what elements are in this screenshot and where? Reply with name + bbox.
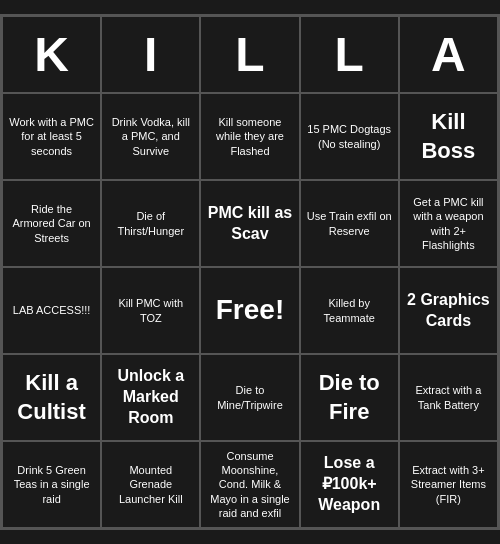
header-letter-l: L: [200, 16, 299, 93]
bingo-cell-text-16: Unlock a Marked Room: [108, 366, 193, 428]
bingo-cell-text-10: LAB ACCESS!!!: [13, 303, 91, 317]
bingo-cell-text-14: 2 Graphics Cards: [406, 290, 491, 332]
bingo-cell-19[interactable]: Extract with a Tank Battery: [399, 354, 498, 441]
bingo-cell-12[interactable]: Free!: [200, 267, 299, 354]
bingo-cell-text-7: PMC kill as Scav: [207, 203, 292, 245]
bingo-cell-10[interactable]: LAB ACCESS!!!: [2, 267, 101, 354]
bingo-cell-text-22: Consume Moonshine, Cond. Milk & Mayo in …: [207, 449, 292, 520]
bingo-cell-text-6: Die of Thirst/Hunger: [108, 209, 193, 238]
bingo-cell-23[interactable]: Lose a ₽100k+ Weapon: [300, 441, 399, 528]
bingo-header: KILLA: [2, 16, 498, 93]
bingo-cell-7[interactable]: PMC kill as Scav: [200, 180, 299, 267]
bingo-cell-20[interactable]: Drink 5 Green Teas in a single raid: [2, 441, 101, 528]
bingo-cell-14[interactable]: 2 Graphics Cards: [399, 267, 498, 354]
bingo-cell-text-15: Kill a Cultist: [9, 369, 94, 426]
bingo-cell-text-18: Die to Fire: [307, 369, 392, 426]
bingo-cell-21[interactable]: Mounted Grenade Launcher Kill: [101, 441, 200, 528]
bingo-cell-text-5: Ride the Armored Car on Streets: [9, 202, 94, 245]
header-letter-i: I: [101, 16, 200, 93]
bingo-cell-text-4: Kill Boss: [406, 108, 491, 165]
bingo-cell-5[interactable]: Ride the Armored Car on Streets: [2, 180, 101, 267]
bingo-cell-text-17: Die to Mine/Tripwire: [207, 383, 292, 412]
bingo-cell-3[interactable]: 15 PMC Dogtags (No stealing): [300, 93, 399, 180]
bingo-cell-24[interactable]: Extract with 3+ Streamer Items (FIR): [399, 441, 498, 528]
bingo-cell-text-24: Extract with 3+ Streamer Items (FIR): [406, 463, 491, 506]
bingo-cell-text-20: Drink 5 Green Teas in a single raid: [9, 463, 94, 506]
bingo-cell-2[interactable]: Kill someone while they are Flashed: [200, 93, 299, 180]
bingo-cell-text-9: Get a PMC kill with a weapon with 2+ Fla…: [406, 195, 491, 252]
bingo-cell-11[interactable]: Kill PMC with TOZ: [101, 267, 200, 354]
header-letter-k: K: [2, 16, 101, 93]
header-letter-l: L: [300, 16, 399, 93]
bingo-cell-0[interactable]: Work with a PMC for at least 5 seconds: [2, 93, 101, 180]
bingo-cell-text-19: Extract with a Tank Battery: [406, 383, 491, 412]
bingo-cell-text-11: Kill PMC with TOZ: [108, 296, 193, 325]
bingo-cell-13[interactable]: Killed by Teammate: [300, 267, 399, 354]
bingo-cell-18[interactable]: Die to Fire: [300, 354, 399, 441]
bingo-cell-9[interactable]: Get a PMC kill with a weapon with 2+ Fla…: [399, 180, 498, 267]
bingo-cell-text-3: 15 PMC Dogtags (No stealing): [307, 122, 392, 151]
bingo-cell-1[interactable]: Drink Vodka, kill a PMC, and Survive: [101, 93, 200, 180]
bingo-cell-17[interactable]: Die to Mine/Tripwire: [200, 354, 299, 441]
bingo-grid: Work with a PMC for at least 5 secondsDr…: [2, 93, 498, 528]
bingo-cell-22[interactable]: Consume Moonshine, Cond. Milk & Mayo in …: [200, 441, 299, 528]
header-letter-a: A: [399, 16, 498, 93]
bingo-cell-text-0: Work with a PMC for at least 5 seconds: [9, 115, 94, 158]
bingo-cell-16[interactable]: Unlock a Marked Room: [101, 354, 200, 441]
bingo-cell-text-23: Lose a ₽100k+ Weapon: [307, 453, 392, 515]
bingo-cell-4[interactable]: Kill Boss: [399, 93, 498, 180]
bingo-cell-text-12: Free!: [216, 292, 284, 328]
bingo-cell-text-8: Use Train exfil on Reserve: [307, 209, 392, 238]
bingo-cell-text-21: Mounted Grenade Launcher Kill: [108, 463, 193, 506]
bingo-cell-6[interactable]: Die of Thirst/Hunger: [101, 180, 200, 267]
bingo-cell-text-2: Kill someone while they are Flashed: [207, 115, 292, 158]
bingo-cell-text-1: Drink Vodka, kill a PMC, and Survive: [108, 115, 193, 158]
bingo-cell-15[interactable]: Kill a Cultist: [2, 354, 101, 441]
bingo-card: KILLA Work with a PMC for at least 5 sec…: [0, 14, 500, 530]
bingo-cell-text-13: Killed by Teammate: [307, 296, 392, 325]
bingo-cell-8[interactable]: Use Train exfil on Reserve: [300, 180, 399, 267]
